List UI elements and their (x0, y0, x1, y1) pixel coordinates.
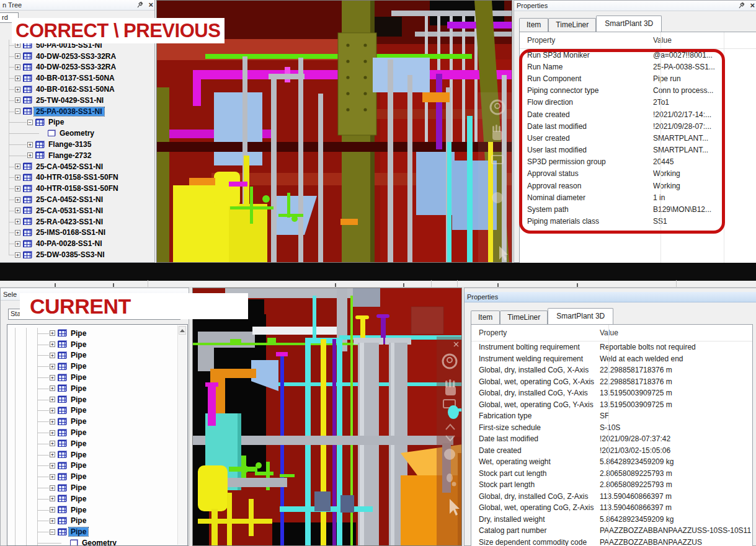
tree-expander-icon[interactable] (50, 452, 55, 457)
tree-item[interactable]: 25-CA-0531-SS1-NI (0, 205, 154, 216)
tree-item[interactable]: Geometry (7, 537, 179, 546)
tree-item[interactable]: 25-RA-0423-SS1-NI (0, 216, 154, 227)
tree-item[interactable]: 25-CA-0452-SS1-NI (0, 161, 154, 172)
tree-item[interactable]: Pipe (7, 516, 179, 527)
property-row[interactable]: User created SMARTPLANT... (520, 132, 756, 144)
tree-scrollbar[interactable] (177, 325, 187, 545)
tree-item[interactable]: Pipe (7, 405, 179, 416)
tree-item[interactable]: Pipe (7, 339, 179, 350)
property-row[interactable]: Date created !2021/02/17-14:... (520, 108, 756, 120)
tab-timeliner[interactable]: TimeLiner (548, 18, 596, 32)
property-row[interactable]: Stock part length 2.80658089225793 m (471, 479, 752, 491)
tree-item[interactable]: Geometry (0, 128, 154, 139)
tree-item[interactable]: Pipe (7, 449, 179, 460)
property-row[interactable]: Fabrication type SF (471, 410, 752, 422)
tree-expander-icon[interactable] (27, 152, 33, 158)
tree-expander-icon[interactable] (15, 164, 20, 169)
tree-expander-icon[interactable] (27, 142, 33, 148)
tree-expander-icon[interactable] (15, 241, 20, 247)
tree-item[interactable]: 40-BR-0137-SS1-50NA (0, 73, 154, 84)
tree-item[interactable]: 40-DW-0253-SS3-32RA (0, 62, 154, 73)
tree-item[interactable]: Pipe (0, 117, 154, 128)
tree-expander-icon[interactable] (15, 64, 20, 70)
property-row[interactable]: Global, wet, operating CoG, Y-Axis 13.51… (471, 399, 752, 411)
tab-item[interactable]: Item (471, 310, 500, 324)
tree-item[interactable]: Pipe (7, 328, 179, 339)
tree-expander-icon[interactable] (50, 463, 55, 469)
property-row[interactable]: Piping materials class SS1 (520, 216, 756, 227)
close-icon[interactable]: × (148, 1, 153, 9)
property-row[interactable]: Approval reason Working (520, 180, 756, 192)
tree-item[interactable]: Pipe (7, 471, 179, 482)
property-row[interactable]: Wet, operating weight 5.86428923459209 k… (471, 456, 752, 468)
tab-smartplant-3d[interactable]: SmartPlant 3D (548, 308, 613, 324)
property-row[interactable]: Nominal diameter 1 in (520, 192, 756, 203)
property-row[interactable]: Run Name 25-PA-0038-SS1... (520, 61, 756, 73)
tree-expander-icon[interactable] (15, 219, 20, 224)
tree-expander-icon[interactable] (15, 197, 20, 203)
tree-expander-icon[interactable] (50, 496, 55, 501)
tree-item[interactable]: 40-BR-0162-SS1-50NA (0, 84, 154, 95)
property-row[interactable]: Approval status Working (520, 168, 756, 180)
tree-item[interactable]: 40-PA-0028-SS1-NI (0, 238, 154, 249)
property-row[interactable]: Global, dry, installed CoG, Y-Axis 13.51… (471, 387, 752, 399)
property-row[interactable]: Flow direction 2To1 (520, 97, 756, 108)
tree-expander-icon[interactable] (50, 430, 55, 436)
tab-item[interactable]: Item (519, 18, 548, 32)
property-row[interactable]: Date last modified !2021/09/28-07:37:42 (471, 433, 752, 445)
property-row[interactable]: System path B129\MON\B12... (520, 203, 756, 215)
tree-item[interactable]: Pipe (7, 372, 179, 383)
tree-item[interactable]: 25-CA-0452-SS1-NI (0, 194, 154, 205)
tree-item[interactable]: 40-HTR-0158-SS1-50FN (0, 183, 154, 194)
tree-expander-icon[interactable] (50, 441, 55, 446)
property-row[interactable]: Size dependent commodity code PAAZZBOZZA… (471, 537, 752, 546)
tree-expander-icon[interactable] (50, 474, 55, 480)
tree-item[interactable]: Pipe (7, 394, 179, 405)
tree-item[interactable]: Pipe (7, 482, 179, 493)
tree-item[interactable]: Flange-2732 (0, 150, 154, 161)
property-row[interactable]: Instrument bolting requirement Reportabl… (471, 341, 752, 353)
property-row[interactable]: Piping connector type Conn to process... (520, 85, 756, 97)
tree-expander-icon[interactable] (15, 87, 20, 92)
navigation-overlay[interactable] (478, 92, 512, 263)
tree-item[interactable]: Pipe (7, 383, 179, 394)
property-row[interactable]: Stock part cut length 2.80658089225793 m (471, 468, 752, 480)
pin-icon[interactable] (137, 1, 143, 8)
tree-expander-icon[interactable] (50, 353, 55, 358)
tree-expander-icon[interactable] (15, 53, 20, 59)
tree-item[interactable]: 25-TW-0429-SS1-NI (0, 95, 154, 106)
property-row[interactable]: Global, dry, installed CoG, X-Axis 22.29… (471, 364, 752, 376)
tree-expander-icon[interactable] (15, 230, 20, 236)
tree-expander-icon[interactable] (50, 408, 55, 413)
tree-item[interactable]: 25-PA-0038-SS1-NI (0, 106, 154, 117)
tree-expander-icon[interactable] (50, 364, 55, 369)
tree-item[interactable]: 25-IMS-0168-SS1-NI (0, 227, 154, 239)
pin-icon[interactable] (739, 2, 745, 9)
property-row[interactable]: Run Component Pipe run (520, 73, 756, 84)
look-around-icon[interactable] (444, 449, 455, 460)
property-row[interactable]: Run SP3d Moniker @a=0027!!8001... (520, 49, 756, 61)
property-row[interactable]: Dry, installed weight 5.86428923459209 k… (471, 514, 752, 526)
tree-item[interactable]: 40-HTR-0158-SS1-50FN (0, 172, 154, 183)
property-row[interactable]: Global, wet, operating CoG, X-Axis 22.29… (471, 376, 752, 388)
tree-expander-icon[interactable] (15, 186, 20, 192)
tree-item[interactable]: Pipe (7, 460, 179, 472)
tree-expander-icon[interactable] (50, 341, 55, 347)
tree-expander-icon[interactable] (15, 175, 20, 180)
tree-item[interactable]: 40-DW-0253-SS3-32RA (0, 51, 154, 62)
close-icon[interactable]: × (750, 1, 755, 9)
tree-expander-icon[interactable] (50, 518, 55, 524)
property-row[interactable]: First-size schedule S-10S (471, 422, 752, 434)
property-row[interactable]: Global, wet, operating CoG, Z-Axis 113.5… (471, 502, 752, 514)
tree-expander-icon[interactable] (50, 419, 55, 425)
tree-item[interactable]: Pipe (7, 438, 179, 449)
tree-item[interactable]: Pipe (7, 493, 179, 504)
tree-expander-icon[interactable] (15, 97, 20, 103)
tree-item[interactable]: Pipe (7, 350, 179, 361)
tree-expander-icon[interactable] (15, 252, 20, 258)
tree-expander-icon[interactable] (50, 397, 55, 402)
tree-expander-icon[interactable] (50, 330, 55, 336)
tree-expander-icon[interactable] (50, 507, 55, 513)
tree-expander-icon[interactable] (50, 485, 55, 491)
pan-hand-icon[interactable] (445, 379, 456, 395)
